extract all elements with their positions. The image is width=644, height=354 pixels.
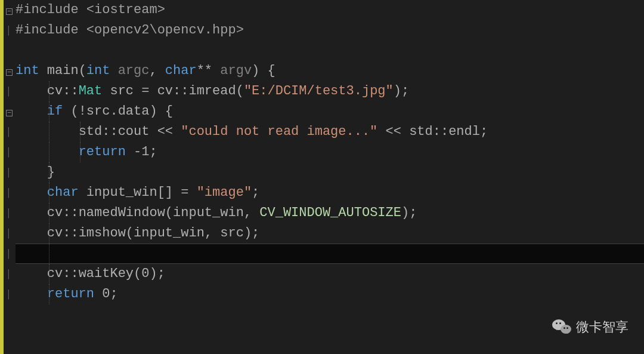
indent-guide [49, 264, 49, 284]
token-identifier: endl [448, 124, 480, 139]
indent-guide [49, 142, 49, 162]
code-line[interactable] [16, 41, 644, 61]
token-func: waitKey [79, 266, 134, 281]
token-identifier: cv [149, 84, 173, 98]
token-punct [126, 144, 134, 159]
code-line[interactable]: cv::waitKey(0); [16, 264, 644, 284]
indent-guide [49, 122, 49, 142]
token-punct: ; [110, 287, 117, 301]
token-punct [188, 185, 196, 200]
code-line[interactable]: #include <iostream> [16, 0, 644, 20]
fold-marker: │ [6, 244, 11, 264]
token-punct [63, 104, 70, 119]
token-punct: . [110, 104, 117, 119]
token-operator: << [386, 124, 401, 139]
indent-guide [49, 183, 49, 203]
token-func: imread [188, 84, 236, 98]
indent-guide [49, 81, 49, 101]
token-paren: ( [165, 205, 173, 220]
token-keyword-type: char [47, 185, 79, 200]
token-keyword-type: int [16, 63, 39, 78]
token-paren: ) [149, 104, 157, 119]
token-keyword-type: int [86, 63, 110, 78]
code-line[interactable]: std::cout << "could not read image..." <… [16, 122, 644, 142]
token-punct: , [149, 63, 165, 78]
token-punct: } [47, 165, 55, 180]
token-operator: ! [79, 104, 86, 119]
line-content: return -1; [16, 144, 157, 159]
token-macro: CV_WINDOW_AUTOSIZE [259, 205, 401, 220]
code-area[interactable]: #include <iostream>#include <opencv2\ope… [16, 0, 644, 354]
wechat-icon [552, 319, 571, 335]
fold-marker: │ [6, 20, 11, 41]
token-preprocessor: #include [16, 23, 86, 38]
code-line[interactable]: int main(int argc, char** argv) { [16, 61, 644, 81]
token-operator: - [134, 144, 141, 159]
token-identifier: input_win [173, 205, 244, 220]
fold-marker[interactable]: − [6, 0, 13, 20]
line-content: return 0; [16, 287, 118, 301]
token-preprocessor: #include [16, 2, 86, 17]
token-class-name: Mat [79, 84, 103, 98]
code-line[interactable]: } [16, 162, 644, 183]
indent-guide [49, 284, 49, 304]
code-editor[interactable]: −│−│−│││││││││ #include <iostream>#inclu… [0, 0, 644, 354]
token-keyword: return [79, 144, 126, 159]
code-line[interactable]: #include <opencv2\opencv.hpp> [16, 20, 644, 41]
code-line[interactable]: if (!src.data) { [16, 101, 644, 122]
watermark-text: 微卡智享 [576, 318, 628, 336]
token-paren: ) [252, 63, 267, 78]
token-identifier: src [86, 104, 110, 119]
fold-marker: │ [6, 142, 11, 162]
fold-marker[interactable]: − [6, 101, 13, 122]
token-punct: :: [63, 266, 78, 281]
token-paren: ( [236, 84, 244, 98]
token-param: argv [212, 63, 252, 78]
indent-guide [49, 203, 49, 223]
line-content: #include <opencv2\opencv.hpp> [16, 23, 244, 38]
line-content: #include <iostream> [16, 2, 165, 17]
line-content: cv::namedWindow(input_win, CV_WINDOW_AUT… [16, 205, 417, 220]
token-identifier: data [118, 104, 150, 119]
token-keyword: return [47, 287, 94, 301]
code-line[interactable]: cv::imshow(input_win, src); [16, 223, 644, 244]
code-line[interactable]: char input_win[] = "image"; [16, 183, 644, 203]
code-line[interactable]: return 0; [16, 284, 644, 304]
token-namespace: std [409, 124, 433, 139]
indent-guide [49, 101, 49, 122]
token-punct: ; [157, 266, 165, 281]
token-paren: ) [244, 226, 252, 241]
code-line[interactable]: cv::namedWindow(input_win, CV_WINDOW_AUT… [16, 203, 644, 223]
line-content: if (!src.data) { [16, 104, 173, 119]
fold-marker: │ [6, 203, 11, 223]
token-paren: ( [70, 104, 78, 119]
code-line[interactable] [16, 244, 644, 264]
token-operator: ** [197, 63, 212, 78]
code-line[interactable]: cv::Mat src = cv::imread("E:/DCIM/test3.… [16, 81, 644, 101]
token-paren: ) [149, 266, 157, 281]
line-content [16, 246, 47, 261]
indent-guide [80, 122, 80, 142]
line-content: std::cout << "could not read image..." <… [16, 124, 488, 139]
token-punct: ; [149, 144, 157, 159]
fold-marker: │ [6, 183, 11, 203]
token-func: namedWindow [79, 205, 165, 220]
token-keyword-type: char [165, 63, 197, 78]
fold-marker[interactable]: − [6, 61, 13, 81]
token-operator: = [141, 84, 149, 98]
code-line[interactable]: return -1; [16, 142, 644, 162]
token-identifier: src [102, 84, 141, 98]
fold-gutter[interactable]: −│−│−│││││││││ [0, 0, 16, 354]
token-punct: :: [102, 124, 117, 139]
token-punct [39, 63, 47, 78]
token-param: argc [110, 63, 149, 78]
token-string: "could not read image..." [181, 124, 377, 139]
token-paren: ( [134, 266, 141, 281]
token-paren: ( [126, 226, 134, 241]
line-content: char input_win[] = "image"; [16, 185, 259, 200]
token-punct: :: [63, 226, 78, 241]
token-punct: ; [401, 84, 409, 98]
fold-marker: │ [6, 223, 11, 244]
token-paren: ) [401, 205, 409, 220]
token-string: "E:/DCIM/test3.jpg" [244, 84, 394, 98]
